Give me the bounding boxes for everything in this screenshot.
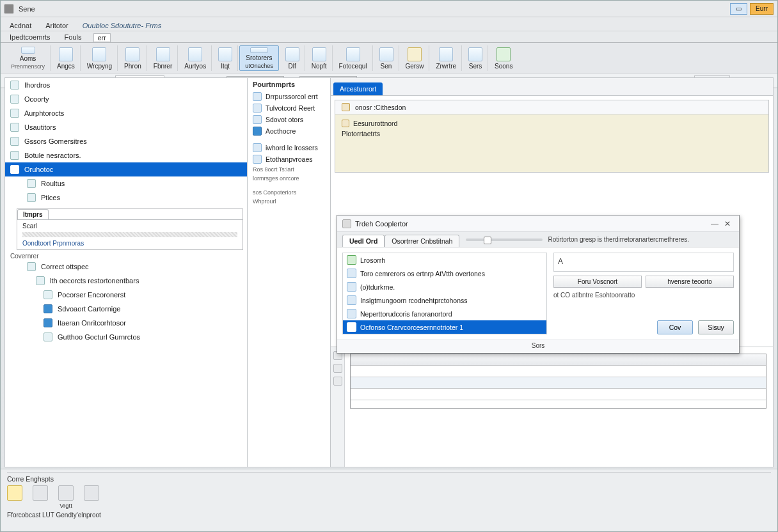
ribbon-group[interactable]: Fbnrer [148,45,178,71]
tree-item[interactable]: Itaeran Onritcorhtosor [5,316,247,330]
list-label: (o)tdurkrne. [360,283,395,291]
ribbon-group[interactable]: Sers [463,45,488,71]
grid-row[interactable] [351,389,766,400]
titlebar: Sene ▭ Eurr [1,1,777,17]
dialog-tab-active[interactable]: Uedl Ord [342,235,385,247]
ribbon-group[interactable]: AomsPrenmenscry [6,45,51,71]
dialog-tab[interactable]: Osortrrer Cnbstitnah [385,235,459,247]
ribbon-label: Fbnrer [154,63,172,70]
ribbon-group[interactable]: Angcs [52,45,81,71]
tree-item[interactable]: Ocoorty [5,92,247,106]
grid-row[interactable] [351,366,766,377]
grid-tool-icon[interactable] [333,364,342,373]
tree-item[interactable]: Usautitors [5,120,247,134]
tree-category: Covernrer [5,250,247,260]
ribbon-group[interactable]: Gersw [401,45,430,71]
ribbon-group[interactable]: Dlf [280,45,305,71]
ribbon-label: Wrcpyng [87,63,112,70]
tree-label: Correct ottspec [41,263,89,270]
dialog-minimize-button[interactable]: — [708,219,721,229]
grid-row[interactable] [351,377,766,389]
data-grid[interactable] [350,354,766,409]
ribbon-group[interactable]: Aurtyos [179,45,212,71]
tree-item-selected[interactable]: Oruhotoc [5,162,247,176]
dialog-slider[interactable] [466,239,543,241]
tree-item[interactable]: Roultus [5,176,247,191]
tree-item[interactable]: Gutthoo Gocturl Gurnrctos [5,330,247,344]
menu-item[interactable]: err [93,33,111,42]
window-minimize-button[interactable]: ▭ [730,3,747,15]
tool-icon [285,47,299,61]
dialog-list-item[interactable]: Inslgtmungoorn rcodnehtprctohonss [343,293,546,307]
list-item[interactable]: Drrpurssorcol errt [248,91,330,102]
tree-item[interactable]: Aurphtorocts [5,106,247,120]
menu-item[interactable]: Aritotor [43,20,70,31]
list-pane: Pourtnmprts Drrpurssorcol errt Tulvotcor… [248,77,331,467]
tree-item[interactable]: Sdvoaort Cartornige [5,302,247,316]
folder-icon [10,151,19,160]
taskbar-item[interactable]: Vrgtt [58,485,74,509]
app-icon [347,269,356,278]
dialog-titlebar[interactable]: Trdeh Cooplertor — ✕ [337,215,739,232]
list-item[interactable]: Aocthocre [248,125,330,137]
taskbar-item[interactable] [7,485,22,502]
doc-icon [253,115,262,124]
grid-tool-icon[interactable] [333,377,342,386]
tree-item[interactable]: Botule nesractors. [5,148,247,162]
ribbon-label: Nopft [312,63,327,70]
ribbon-group-selected[interactable]: SrotorersutOnaches [239,45,279,71]
list-item[interactable]: iwhord le lrossers [248,142,330,153]
list-label: Ocfonso Crarvcorcesernnotrioter 1 [360,324,463,331]
ribbon-group[interactable]: Fotocequl [334,45,373,71]
list-item[interactable]: Etothanpvroaes [248,153,330,165]
ribbon-group[interactable]: Sen [374,45,399,71]
tree-item[interactable]: lth oecorcts restortonentbars [5,274,247,288]
ok-button[interactable]: Cov [657,320,693,334]
content-tab-active[interactable]: Arcestunrort [333,82,383,95]
dialog-close-button[interactable]: ✕ [721,219,734,229]
tool-icon [125,47,139,61]
ribbon-label: Sers [469,63,482,70]
app-icon [347,309,356,318]
panel-tab[interactable]: Itmprs [17,209,49,219]
dialog-button[interactable]: hvensre teoorto [646,276,734,288]
grid-icon [496,47,511,61]
ribbon-group[interactable]: Soons [489,45,518,71]
panel-link[interactable]: Oondtoort Prpnmoras [22,240,237,247]
dialog-list-item-selected[interactable]: Ocfonso Crarvcorcesernnotrioter 1 [343,320,546,334]
panel-line[interactable]: Eesururottnord [342,118,762,129]
menubar-secondary: Ipedtcoemrts Fouls err [1,31,777,43]
list-label: iwhord le lrossers [266,144,318,152]
system-menu-icon[interactable] [4,4,13,13]
dialog-list-item[interactable]: (o)tdurkrne. [343,280,546,293]
taskbar-item[interactable] [84,485,99,502]
taskbar-item[interactable] [33,485,48,502]
ribbon-group[interactable]: Phron [119,45,147,71]
panel-line[interactable]: Plotorrtaetrts [342,129,762,139]
cancel-button[interactable]: Sisuy [698,320,734,334]
tree-item[interactable]: Pocorser Encoronerst [5,288,247,302]
list-item[interactable]: Sdovot otors [248,114,330,125]
dialog-list-item[interactable]: Neperttorudcoris fanoranortord [343,307,546,320]
panel-item[interactable]: Scarl [22,223,237,230]
menu-item[interactable]: Acdnat [7,20,34,31]
tree-item[interactable]: Ptices [5,191,247,205]
ribbon-group[interactable]: Itqt [213,45,238,71]
app-icon [347,255,356,265]
tree-item[interactable]: Gssors Gomersitres [5,134,247,148]
menu-item[interactable]: Ipedtcoemrts [7,32,53,42]
dialog-list-item[interactable]: Toro cemrerors os ertnrp AtVtth overtone… [343,267,546,280]
window-close-button[interactable]: Eurr [750,3,774,15]
tree-item[interactable]: Ihordros [5,78,247,92]
tool-icon [188,47,202,61]
list-item[interactable]: Tulvotcord Reert [248,102,330,114]
ribbon-group[interactable]: Nopft [306,45,333,71]
ribbon-group[interactable]: Zrwrtre [431,45,462,71]
dialog-button[interactable]: Foru Voscnort [553,276,642,288]
menu-item[interactable]: Ouubloc Sdoututre- Frms [80,20,164,31]
window-title: Sene [19,5,35,13]
ribbon-group[interactable]: Wrcpyng [82,45,118,71]
dialog-list-item[interactable]: Lrosorrh [343,253,546,267]
tree-item[interactable]: Correct ottspec [5,260,247,274]
menu-item[interactable]: Fouls [62,32,84,42]
